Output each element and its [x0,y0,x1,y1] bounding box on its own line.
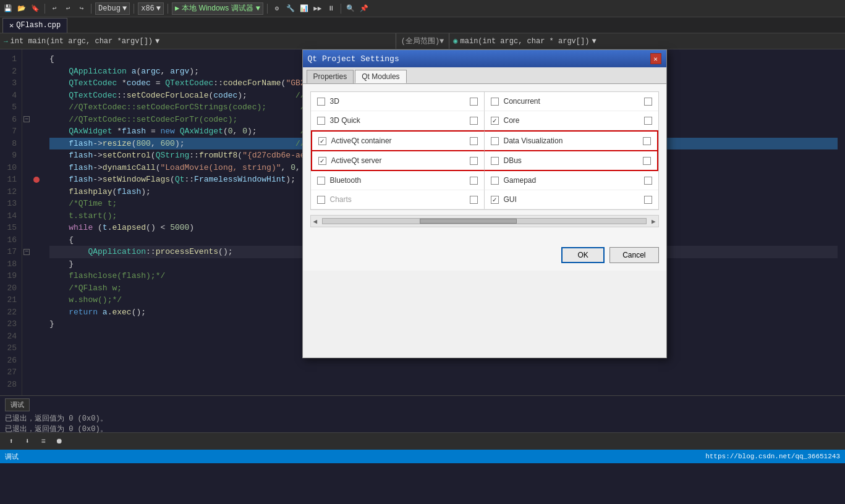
checkbox-3d[interactable] [317,98,325,106]
run-button[interactable]: ▶ 本地 Windows 调试器 ▼ [172,2,263,15]
scroll-right-arrow[interactable]: ▶ [649,217,658,225]
dialog-close-button[interactable]: ✕ [650,53,661,64]
scroll-left-arrow[interactable]: ◀ [311,217,320,225]
qt-project-settings-dialog[interactable]: Qt Project Settings ✕ Properties Qt Modu… [302,49,667,358]
tab-label: QFlash.cpp [16,21,61,30]
toolbar-sep-4 [168,4,168,14]
nav-right-text: main(int argc, char * argv[]) [461,37,590,46]
module-item-charts: Charts [311,190,485,209]
toolbar-icon-bookmark[interactable]: 🔖 [30,3,41,14]
toolbar-icon-open[interactable]: 📂 [16,3,27,14]
right-checkbox-core [644,117,652,125]
label-activeqt-container: ActiveQt container [331,136,392,145]
nav-scope-label: (全局范围) [401,36,439,46]
debug-mode-label: Debug [98,4,121,13]
bottom-icon-4[interactable]: ⏺ [53,435,66,448]
checkbox-dbus[interactable] [491,157,499,165]
toolbar-icon-undo2[interactable]: ↩ [62,3,74,14]
fold-btn-17[interactable]: − [23,249,30,255]
bottom-icon-3[interactable]: ≡ [37,435,49,448]
right-checkbox-dbus [643,157,651,165]
bottom-panel: 调试 已退出，返回值为 0 (0x0)。 已退出，返回值为 0 (0x0)。 [0,395,845,432]
label-charts: Charts [330,195,352,204]
module-item-activeqt-container: ActiveQt container [311,130,485,151]
arch-dropdown[interactable]: x86 ▼ [138,2,164,15]
bottom-icon-1[interactable]: ⬆ [5,435,17,448]
breakpoint-dot-11 [33,177,40,183]
run-icon: ▶ [175,4,179,13]
scrollbar-thumb [420,219,517,224]
toolbar-icon-save[interactable]: 💾 [2,3,14,14]
tab-properties[interactable]: Properties [307,70,354,83]
nav-left-text: int main(int argc, char *argv[]) [11,37,153,46]
status-bar: 调试 https://blog.csdn.net/qq_36651243 [0,450,845,463]
label-gui: GUI [504,195,517,204]
dialog-tabs: Properties Qt Modules [303,67,666,84]
toolbar-icon-misc3[interactable]: 📊 [299,3,310,14]
checkbox-3dquick[interactable] [317,117,325,125]
label-bluetooth: Bluetooth [330,176,362,185]
toolbar-icon-misc4[interactable]: ▶▶ [312,3,323,14]
toolbar-icon-redo[interactable]: ↪ [76,3,87,14]
label-3dquick: 3D Quick [330,116,360,125]
nav-right: ◉ main(int argc, char * argv[]) ▼ [449,33,845,49]
dialog-footer: OK Cancel [303,240,666,271]
dialog-title: Qt Project Settings [308,54,399,64]
toolbar-icon-undo[interactable]: ↩ [49,3,60,14]
checkbox-bluetooth[interactable] [317,177,325,185]
toolbar-icon-misc1[interactable]: ⚙ [271,3,282,14]
debug-mode-dropdown[interactable]: Debug ▼ [95,2,130,15]
run-label: 本地 Windows 调试器 [182,3,253,14]
scrollbar-track [322,218,647,224]
right-checkbox-activeqt-container [470,137,478,145]
tab-debug[interactable]: 调试 [5,398,30,411]
status-url: https://blog.csdn.net/qq_36651243 [705,453,840,460]
toolbar-icon-misc5[interactable]: ⏸ [326,3,337,14]
dialog-body: Properties Qt Modules 3D [303,67,666,271]
nav-scope-expand[interactable]: ▼ [439,37,444,46]
checkbox-data-viz[interactable] [491,137,499,145]
fold-column: − − [22,49,31,395]
module-item-gui: GUI [485,190,658,209]
cancel-button[interactable]: Cancel [609,247,658,263]
toolbar-icon-nav1[interactable]: 🔍 [345,3,356,14]
close-icon-tab[interactable]: ✕ [9,21,14,30]
status-left: 调试 [5,452,19,461]
right-checkbox-activeqt-server [470,157,478,165]
checkbox-activeqt-container[interactable] [318,137,326,145]
checkbox-core[interactable] [491,117,499,125]
label-gamepad: Gamepad [504,176,537,185]
fold-btn-6[interactable]: − [23,116,30,122]
checkbox-charts[interactable] [317,196,325,204]
label-dbus: DBus [504,156,522,165]
dialog-scrollbar[interactable]: ◀ ▶ [310,215,659,227]
tab-qflash-cpp[interactable]: ✕ QFlash.cpp [2,18,67,33]
nav-left-expand[interactable]: ▼ [155,37,159,46]
module-item-3d: 3D [311,92,485,111]
right-checkbox-3dquick [470,117,478,125]
module-item-gamepad: Gamepad [485,171,658,190]
bottom-icon-2[interactable]: ⬇ [21,435,33,448]
right-checkbox-data-viz [643,137,651,145]
nav-right-expand[interactable]: ▼ [592,37,596,46]
toolbar-icon-nav2[interactable]: 📌 [359,3,370,14]
tab-qt-modules[interactable]: Qt Modules [355,70,406,83]
module-item-bluetooth: Bluetooth [311,171,485,190]
checkbox-activeqt-server[interactable] [318,157,326,165]
ok-button[interactable]: OK [561,247,605,263]
right-checkbox-3d [470,98,478,106]
main-toolbar: 💾 📂 🔖 ↩ ↩ ↪ Debug ▼ x86 ▼ ▶ 本地 Windows 调… [0,0,845,17]
checkbox-gamepad[interactable] [491,177,499,185]
toolbar-icon-misc2[interactable]: 🔧 [285,3,296,14]
output-line-1: 已退出，返回值为 0 (0x0)。 [5,414,840,424]
module-item-dbus: DBus [485,151,658,171]
label-activeqt-server: ActiveQt server [331,156,382,165]
line-numbers: 12345 678910 1112131415 1617181920 21222… [0,49,22,395]
checkbox-gui[interactable] [491,196,499,204]
run-arrow: ▼ [256,4,260,13]
toolbar-sep-1 [45,4,45,14]
module-item-3dquick: 3D Quick [311,111,485,130]
tab-bar: ✕ QFlash.cpp [0,17,845,33]
nav-left-arrow: → [4,38,8,45]
checkbox-concurrent[interactable] [491,98,499,106]
